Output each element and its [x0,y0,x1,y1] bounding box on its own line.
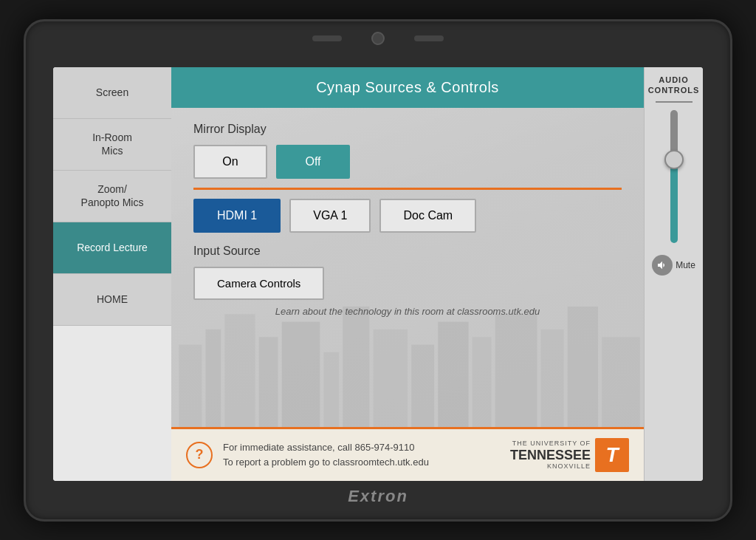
content-wrapper: Cynap Sources & Controls Mirror Display … [171,67,644,481]
footer-line2: To report a problem go to classroomtech.… [223,455,429,470]
footer-bar: ? For immediate assistance, call 865-974… [171,427,644,481]
sidebar-item-home[interactable]: HOME [53,274,171,326]
sidebar-item-in-room-mics[interactable]: In-RoomMics [53,119,171,171]
info-link-text: Learn about the technology in this room … [275,306,540,317]
hdmi1-button[interactable]: HDMI 1 [193,199,281,233]
main-content: Cynap Sources & Controls Mirror Display … [171,67,644,481]
volume-slider-track[interactable] [670,110,678,243]
mirror-display-section: Mirror Display On Off [193,123,622,179]
footer-text: For immediate assistance, call 865-974-9… [223,440,429,469]
audio-panel: AUDIOCONTROLS Mute [644,67,703,481]
source-row: HDMI 1 VGA 1 Doc Cam [193,199,622,233]
mirror-display-label: Mirror Display [193,123,622,136]
volume-slider-thumb[interactable] [664,150,684,169]
footer-line1: For immediate assistance, call 865-974-9… [223,440,429,455]
input-source-section: Input Source Camera Controls [193,245,622,300]
page-header: Cynap Sources & Controls [171,67,644,108]
mute-button[interactable]: Mute [652,255,695,276]
camera-controls-button[interactable]: Camera Controls [193,267,324,300]
audio-controls-label: AUDIOCONTROLS [648,75,700,96]
footer-left: ? For immediate assistance, call 865-974… [186,440,429,469]
sidebar-item-record-lecture[interactable]: Record Lecture [53,222,171,274]
doc-cam-button[interactable]: Doc Cam [379,199,476,233]
page-title: Cynap Sources & Controls [316,79,499,95]
page-body: Mirror Display On Off HDMI 1 VGA 1 Doc C… [171,108,644,427]
vga1-button[interactable]: VGA 1 [289,199,371,233]
device-brand-label: Extron [348,487,408,506]
utk-t-logo: T [595,438,629,472]
sidebar: Screen In-RoomMics Zoom/Panopto Mics Rec… [53,67,171,481]
mirror-off-button[interactable]: Off [276,145,350,179]
device-speaker-left [312,35,342,41]
mute-icon [652,255,673,276]
mirror-display-buttons: On Off [193,145,622,179]
screen-area: Screen In-RoomMics Zoom/Panopto Mics Rec… [53,67,703,481]
sidebar-item-zoom-mics[interactable]: Zoom/Panopto Mics [53,171,171,222]
device-speaker-right [414,35,444,41]
device-frame: Screen In-RoomMics Zoom/Panopto Mics Rec… [24,19,732,522]
utk-logo: THE UNIVERSITY OF TENNESSEE KNOXVILLE T [510,438,629,472]
utk-line2: TENNESSEE [510,448,591,462]
mute-label: Mute [676,260,695,270]
divider-orange [193,188,622,190]
mirror-on-button[interactable]: On [193,145,267,179]
help-icon: ? [186,442,213,468]
utk-text: THE UNIVERSITY OF TENNESSEE KNOXVILLE [510,439,591,471]
audio-divider [656,101,693,103]
utk-line3: KNOXVILLE [510,462,591,471]
sidebar-item-screen[interactable]: Screen [53,67,171,119]
utk-line1: THE UNIVERSITY OF [510,439,591,448]
device-camera [371,32,385,45]
info-link: Learn about the technology in this room … [193,300,622,323]
device-top-bar [304,32,452,45]
input-source-label: Input Source [193,245,622,258]
